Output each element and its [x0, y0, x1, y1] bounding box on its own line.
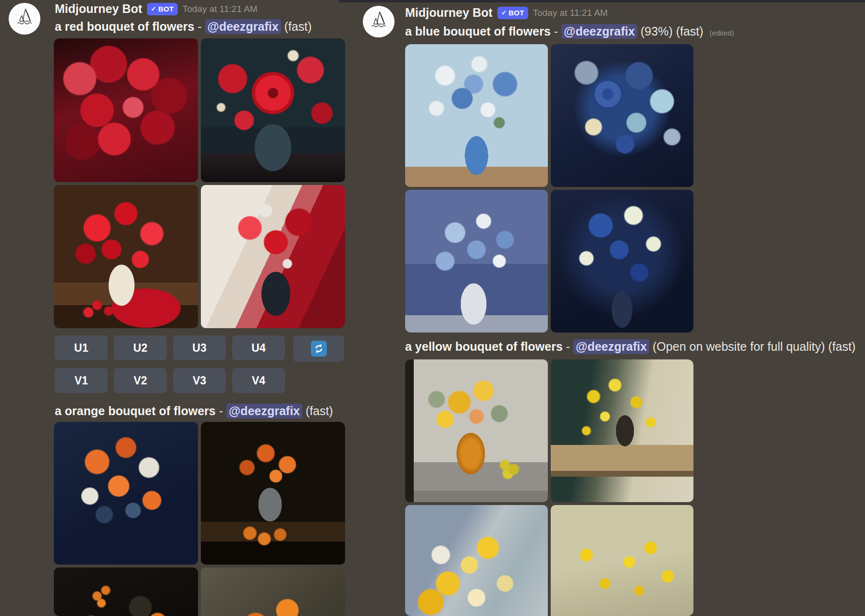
upscale-button-u3[interactable]: U3	[173, 335, 226, 360]
image-grid-red	[54, 38, 345, 328]
user-mention[interactable]: @deezgrafix	[561, 24, 637, 39]
counterclockwise-arrows-icon	[311, 341, 327, 357]
verified-check-icon: ✓	[151, 6, 156, 12]
prompt-text: a red bouquet of flowers	[55, 20, 194, 33]
progress-suffix: (93%) (fast)	[641, 25, 704, 38]
generated-image[interactable]	[54, 567, 198, 616]
user-mention[interactable]: @deezgrafix	[205, 19, 281, 34]
message-timestamp: Today at 11:21 AM	[533, 8, 608, 18]
generated-image[interactable]	[405, 359, 548, 502]
generated-image[interactable]	[405, 190, 548, 333]
reroll-button[interactable]	[293, 335, 344, 362]
variation-button-v3[interactable]: V3	[173, 368, 226, 393]
bot-badge: ✓ BOT	[497, 7, 528, 19]
avatar[interactable]	[363, 6, 395, 37]
user-mention[interactable]: @deezgrafix	[226, 404, 302, 419]
author-name[interactable]: Midjourney Bot	[405, 6, 493, 20]
upscale-button-u1[interactable]: U1	[55, 335, 108, 360]
prompt-text: a yellow bouquet of flowers	[405, 340, 563, 353]
avatar[interactable]	[9, 3, 40, 35]
dash: -	[566, 340, 570, 353]
bot-badge: ✓ BOT	[147, 3, 178, 15]
generated-image[interactable]	[405, 505, 548, 616]
variation-button-v1[interactable]: V1	[55, 368, 108, 393]
edited-label: (edited)	[710, 29, 734, 37]
upscale-button-u4[interactable]: U4	[232, 335, 285, 360]
mode-suffix: (fast)	[284, 20, 312, 33]
dash: -	[198, 20, 201, 33]
user-mention[interactable]: @deezgrafix	[573, 339, 649, 354]
author-name[interactable]: Midjourney Bot	[55, 2, 142, 16]
quality-suffix: (Open on website for full quality) (fast…	[653, 340, 855, 353]
generated-image[interactable]	[551, 359, 693, 502]
window-top-edge	[339, 0, 865, 2]
generated-image[interactable]	[201, 38, 345, 182]
image-grid-yellow	[405, 359, 693, 616]
dash: -	[219, 404, 223, 418]
sailboat-icon	[368, 10, 390, 34]
image-grid-blue	[405, 44, 693, 333]
prompt-text: a orange bouquet of flowers	[55, 404, 216, 418]
generated-image[interactable]	[551, 505, 693, 616]
message-text-orange: a orange bouquet of flowers - @deezgrafi…	[55, 403, 333, 419]
message-text-yellow: a yellow bouquet of flowers - @deezgrafi…	[405, 338, 865, 355]
variation-button-v2[interactable]: V2	[114, 368, 167, 393]
generated-image[interactable]	[54, 38, 198, 182]
prompt-text: a blue bouquet of flowers	[405, 25, 551, 38]
generated-image[interactable]	[551, 190, 693, 333]
generated-image[interactable]	[201, 567, 345, 616]
message-text-blue: a blue bouquet of flowers - @deezgrafix …	[405, 23, 734, 41]
generated-image[interactable]	[54, 422, 198, 565]
variation-button-v4[interactable]: V4	[232, 368, 285, 393]
mode-suffix: (fast)	[306, 404, 333, 418]
generated-image[interactable]	[201, 185, 345, 329]
generated-image[interactable]	[405, 44, 548, 187]
message-timestamp: Today at 11:21 AM	[183, 4, 258, 14]
dash: -	[554, 25, 558, 38]
image-grid-orange	[54, 422, 345, 616]
generated-image[interactable]	[54, 185, 198, 329]
generated-image[interactable]	[551, 44, 693, 187]
message-text-red: a red bouquet of flowers - @deezgrafix (…	[55, 18, 311, 35]
upscale-button-u2[interactable]: U2	[114, 335, 167, 360]
verified-check-icon: ✓	[501, 10, 507, 16]
generated-image[interactable]	[201, 422, 345, 565]
sailboat-icon	[13, 7, 36, 31]
